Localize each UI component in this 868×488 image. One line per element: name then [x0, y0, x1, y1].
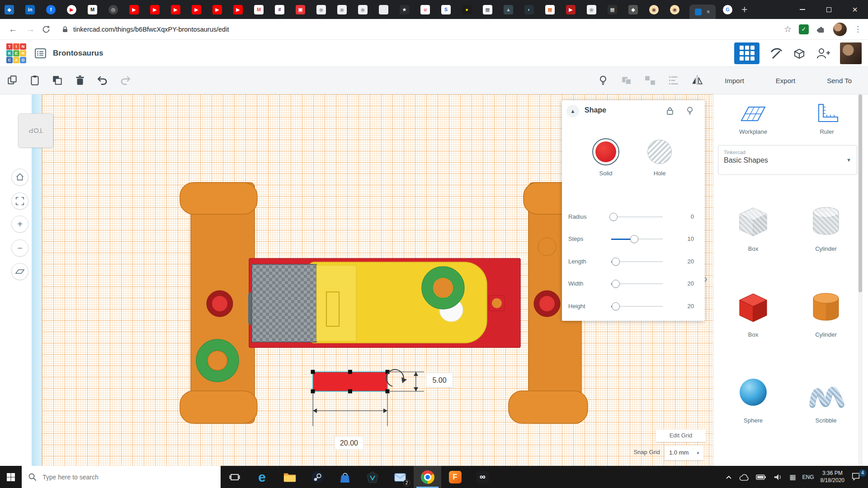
- browser-tab[interactable]: ▶: [171, 5, 180, 14]
- slider-knob[interactable]: [609, 213, 618, 221]
- chevron-down-icon[interactable]: ▼: [846, 157, 851, 163]
- fl-studio-icon[interactable]: F: [441, 466, 469, 488]
- slider-value[interactable]: 0: [691, 213, 694, 220]
- panel-collapse-button[interactable]: ▲: [566, 105, 579, 117]
- taskbar-search-input[interactable]: [42, 473, 191, 481]
- shape-box-red[interactable]: Box: [722, 283, 785, 338]
- task-view-button[interactable]: [221, 466, 248, 488]
- ungroup-icon[interactable]: [644, 75, 656, 86]
- file-explorer-icon[interactable]: [276, 466, 303, 488]
- browser-tab[interactable]: [379, 5, 388, 14]
- tray-expand-icon[interactable]: [725, 474, 732, 480]
- slider-knob[interactable]: [612, 302, 620, 310]
- mirror-icon[interactable]: [691, 75, 703, 86]
- refresh-icon[interactable]: [42, 25, 51, 34]
- design-title[interactable]: Brontosaurus: [53, 49, 103, 58]
- slider-value[interactable]: 20: [688, 280, 694, 287]
- browser-tab[interactable]: ◉: [670, 5, 679, 14]
- tinkercad-logo[interactable]: T I N K E R C A D: [6, 43, 26, 63]
- browser-tab[interactable]: ▲: [504, 5, 513, 14]
- browser-profile-avatar[interactable]: [833, 23, 847, 36]
- browser-tab[interactable]: ◉: [337, 5, 347, 14]
- slider-knob[interactable]: [612, 258, 620, 266]
- extension-puzzle-icon[interactable]: [816, 24, 826, 34]
- shape-scribble[interactable]: Scribble: [794, 369, 858, 424]
- browser-menu-icon[interactable]: ⋮: [854, 24, 862, 34]
- browser-tab[interactable]: ▦: [545, 5, 555, 14]
- hide-bulb-icon[interactable]: [685, 106, 695, 116]
- taskbar-search[interactable]: [22, 466, 221, 488]
- slider-knob[interactable]: [612, 280, 620, 288]
- browser-tab[interactable]: ▣: [296, 5, 305, 14]
- onedrive-cloud-icon[interactable]: [739, 473, 750, 482]
- browser-tab[interactable]: u: [420, 5, 430, 14]
- paste-icon[interactable]: [29, 75, 41, 86]
- forward-icon[interactable]: →: [24, 24, 36, 34]
- tab-close-icon[interactable]: ×: [707, 8, 710, 15]
- browser-tab[interactable]: ◆: [5, 5, 14, 14]
- browser-tab[interactable]: ◉: [358, 5, 368, 14]
- shape-cylinder-hole[interactable]: Cylinder: [794, 197, 858, 252]
- touch-keyboard-icon[interactable]: ▦: [789, 473, 796, 481]
- url-text[interactable]: tinkercad.com/things/b6BfwcXqxPY-brontos…: [73, 26, 229, 33]
- close-button[interactable]: ×: [842, 0, 868, 19]
- home-view-button[interactable]: [11, 169, 28, 186]
- new-tab-button[interactable]: +: [741, 4, 747, 16]
- browser-tab[interactable]: ◉: [587, 5, 596, 14]
- design-canvas[interactable]: TOP + −: [0, 94, 713, 466]
- store-bag-icon[interactable]: [331, 466, 359, 488]
- perspective-toggle-button[interactable]: [11, 263, 28, 280]
- view-cube[interactable]: TOP: [18, 113, 53, 148]
- copy-icon[interactable]: [6, 75, 18, 86]
- undo-icon[interactable]: [97, 75, 108, 86]
- edge-icon[interactable]: e: [248, 466, 276, 488]
- browser-tab[interactable]: ◉: [649, 5, 659, 14]
- browser-tab[interactable]: ◆: [628, 5, 638, 14]
- import-button[interactable]: Import: [715, 77, 754, 84]
- mail-icon[interactable]: 2: [386, 466, 414, 488]
- padlock-icon[interactable]: [61, 26, 69, 33]
- ruler-tool[interactable]: Ruler: [795, 101, 859, 135]
- browser-tab[interactable]: ▶: [150, 5, 160, 14]
- browser-tab[interactable]: in: [25, 5, 35, 14]
- slider-knob[interactable]: [630, 235, 638, 243]
- slider-value[interactable]: 20: [688, 303, 694, 310]
- back-icon[interactable]: ←: [7, 24, 19, 34]
- minimize-button[interactable]: [789, 0, 816, 19]
- active-tab[interactable]: ×: [689, 5, 716, 19]
- chrome-icon[interactable]: [414, 466, 441, 488]
- bookmark-star-icon[interactable]: ☆: [784, 24, 792, 34]
- browser-tab[interactable]: ▶: [67, 5, 76, 14]
- battery-icon[interactable]: [756, 473, 767, 482]
- action-center-button[interactable]: 4: [851, 471, 863, 483]
- shape-sphere[interactable]: Sphere: [722, 369, 785, 424]
- add-user-icon[interactable]: [816, 46, 831, 61]
- browser-tab[interactable]: ▦: [483, 5, 492, 14]
- browser-tab[interactable]: #: [275, 5, 284, 14]
- browser-tab[interactable]: f: [46, 5, 56, 14]
- infinity-app-icon[interactable]: ∞: [469, 466, 496, 488]
- minecraft-pickaxe-icon[interactable]: [769, 46, 783, 61]
- browser-tab[interactable]: ▶: [192, 5, 201, 14]
- browser-tab-google[interactable]: G: [723, 5, 732, 14]
- slider-track[interactable]: [611, 216, 663, 217]
- shape-category-dropdown[interactable]: Tinkercad Basic Shapes ▼: [718, 145, 857, 175]
- zoom-out-button[interactable]: −: [11, 239, 28, 257]
- volume-icon[interactable]: [773, 472, 783, 482]
- browser-tab[interactable]: ▶: [212, 5, 222, 14]
- brick-block-icon[interactable]: [792, 46, 807, 61]
- align-icon[interactable]: [668, 75, 679, 86]
- edit-grid-button[interactable]: Edit Grid: [656, 429, 706, 442]
- design-properties-icon[interactable]: [34, 48, 47, 59]
- steam-icon[interactable]: [303, 466, 331, 488]
- lock-icon[interactable]: [665, 106, 675, 116]
- slider-value[interactable]: 20: [688, 258, 694, 265]
- sidebar-scrollbar[interactable]: [858, 94, 863, 466]
- dashboard-grid-button[interactable]: [734, 42, 760, 64]
- browser-tab[interactable]: M: [88, 5, 97, 14]
- maximize-button[interactable]: [816, 0, 842, 19]
- browser-tab[interactable]: S: [441, 5, 451, 14]
- show-all-bulb-icon[interactable]: [597, 75, 609, 86]
- browser-tab[interactable]: ▶: [129, 5, 139, 14]
- delete-icon[interactable]: [74, 75, 86, 86]
